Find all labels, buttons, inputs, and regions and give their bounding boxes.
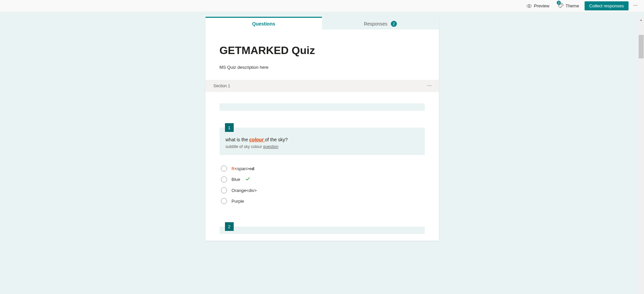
option-row[interactable]: Blue (221, 174, 425, 185)
question-number-badge: 1 (225, 123, 234, 132)
section-description-placeholder[interactable] (220, 103, 425, 111)
tab-questions[interactable]: Questions (205, 17, 322, 30)
radio-icon (221, 177, 227, 183)
radio-icon (221, 165, 227, 172)
more-horizontal-icon (633, 3, 638, 8)
qsubtitle-prefix: subtitle of sky colour (226, 144, 263, 149)
section-body: 1 what is the colour of the sky? subtitl… (205, 92, 439, 241)
question-number-badge: 2 (225, 222, 234, 231)
collect-label: Collect responses (589, 3, 624, 8)
qtext-suffix: of the sky? (265, 137, 288, 142)
preview-label: Preview (534, 3, 549, 8)
option-row[interactable]: Orange<div> (221, 185, 425, 196)
tab-questions-label: Questions (252, 21, 275, 27)
theme-label: Theme (565, 3, 579, 8)
option-row[interactable]: R<span>ed (221, 163, 425, 174)
question-text: what is the colour of the sky? (220, 128, 425, 142)
form-card: Questions Responses 2 GETMARKED Quiz MS … (205, 17, 439, 241)
svg-point-2 (560, 4, 561, 4)
radio-icon (221, 187, 227, 193)
svg-point-1 (559, 5, 560, 5)
scroll-thumb[interactable] (639, 35, 644, 58)
radio-icon (221, 198, 227, 204)
option-row[interactable]: Purple (221, 196, 425, 206)
vertical-scrollbar[interactable]: ▴ ▾ (638, 17, 644, 294)
option-label: Blue (232, 177, 240, 182)
quiz-title[interactable]: GETMARKED Quiz (220, 44, 425, 57)
question-card-1[interactable]: 1 what is the colour of the sky? subtitl… (220, 128, 425, 155)
question-subtitle: subtitle of sky colour question (220, 142, 425, 149)
qtext-prefix: what is the (226, 137, 249, 142)
scroll-up-arrow-icon[interactable]: ▴ (638, 17, 644, 22)
svg-point-8 (429, 85, 430, 86)
correct-check-icon (245, 176, 250, 183)
question-card-2[interactable]: 2 (220, 227, 425, 234)
option-label: Purple (232, 199, 244, 204)
eye-icon (526, 3, 532, 9)
qtext-highlighted: colour (249, 137, 265, 142)
qsubtitle-underlined: question (263, 144, 278, 149)
svg-point-3 (561, 4, 562, 5)
content-area: Questions Responses 2 GETMARKED Quiz MS … (0, 17, 644, 294)
svg-point-0 (528, 5, 530, 7)
collect-responses-button[interactable]: Collect responses (585, 1, 629, 10)
svg-point-5 (635, 5, 636, 5)
option-label: R<span>ed (232, 166, 255, 171)
svg-point-9 (430, 85, 431, 86)
more-button[interactable] (631, 1, 640, 11)
more-horizontal-icon (427, 83, 432, 88)
svg-point-6 (637, 5, 637, 5)
section-more-button[interactable] (427, 83, 432, 89)
theme-button[interactable]: 0 Theme (555, 1, 582, 10)
section-label: Section 1 (214, 84, 230, 88)
responses-count-badge: 2 (391, 21, 397, 27)
quiz-description[interactable]: MS Quiz description here (220, 65, 425, 70)
preview-button[interactable]: Preview (523, 2, 553, 10)
svg-point-7 (427, 85, 428, 86)
options-list: R<span>ed Blue Orange<div> Purple (220, 156, 425, 206)
tabs: Questions Responses 2 (205, 17, 439, 30)
form-header: GETMARKED Quiz MS Quiz description here (205, 30, 439, 80)
section-bar: Section 1 (205, 80, 439, 92)
theme-icon-wrap: 0 (558, 3, 563, 9)
topbar: Preview 0 Theme Collect responses (0, 0, 644, 12)
svg-point-4 (633, 5, 634, 5)
tab-responses[interactable]: Responses 2 (322, 17, 439, 30)
option-label: Orange<div> (232, 188, 257, 193)
tab-responses-label: Responses (364, 21, 387, 27)
